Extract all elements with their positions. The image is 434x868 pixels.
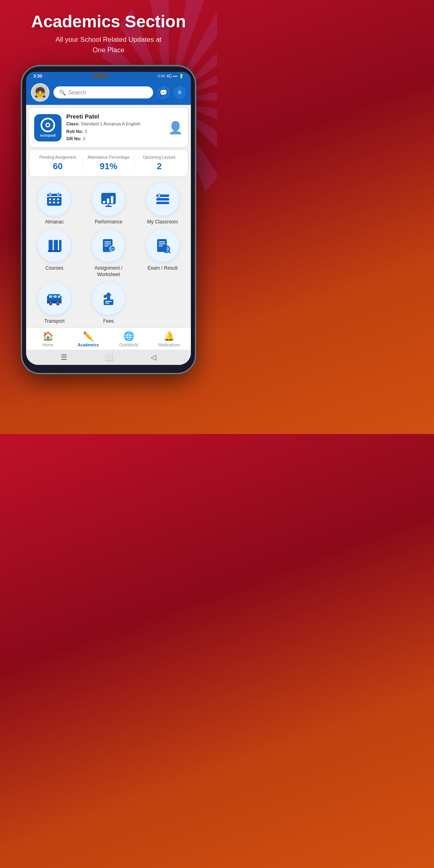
fees-icon: 🎓	[100, 290, 117, 307]
signal-strength: 4G ▪▪▪	[166, 74, 177, 78]
search-icon: 🔍	[59, 89, 66, 96]
profile-avatar-icon: 👤	[168, 121, 183, 135]
octoworld-label: OctoWorld	[119, 343, 138, 347]
menu-item-assignment-worksheet[interactable]: ✏ Assignment /Worksheet	[84, 229, 134, 278]
svg-rect-1	[47, 196, 61, 197]
system-home-button[interactable]: ⬜	[104, 353, 113, 362]
bottom-nav: 🏠 Home ✏️ Academics 🌐 OctoWorld 🔔 Notifi…	[26, 328, 191, 350]
nav-item-notifications[interactable]: 🔔 Notifications	[149, 331, 190, 347]
almanac-icon-circle	[38, 183, 71, 216]
profile-card: octopod Preeti Patel Class: Standard 1 A…	[29, 108, 188, 147]
hamburger-icon: ≡	[178, 89, 181, 96]
svg-rect-23	[48, 250, 61, 252]
chat-icon: 💬	[160, 89, 168, 96]
menu-item-my-classroom[interactable]: My Classroom	[137, 183, 188, 225]
class-label: Class:	[66, 121, 80, 126]
svg-rect-11	[103, 201, 105, 203]
profile-info: Preeti Patel Class: Standard 1 Annanya A…	[66, 113, 163, 142]
page-subtitle: All your School Related Updates atOne Pl…	[31, 35, 186, 55]
transport-icon-circle	[38, 282, 71, 315]
svg-rect-39	[49, 295, 52, 298]
octoworld-icon: 🌐	[123, 331, 134, 342]
stat-pending-label: Pending Assignment	[33, 155, 83, 160]
almanac-label: Almanac	[45, 219, 64, 225]
svg-rect-7	[49, 202, 51, 203]
courses-icon-circle	[38, 229, 71, 262]
class-value: Standard 1 Annanya A English	[81, 121, 140, 126]
roll-value: 3	[84, 129, 87, 134]
svg-rect-33	[159, 246, 163, 246]
svg-rect-25	[104, 242, 111, 242]
system-back-button[interactable]: ◁	[151, 353, 156, 362]
page-header: Academics Section All your School Relate…	[31, 12, 186, 55]
stat-attendance: Attendance Percentage 91%	[83, 155, 133, 172]
assignment-worksheet-label: Assignment /Worksheet	[94, 265, 122, 278]
svg-rect-20	[49, 240, 53, 251]
profile-gr: GR No: 3	[66, 135, 163, 142]
stat-pending-value: 60	[33, 161, 83, 172]
svg-rect-31	[159, 242, 165, 242]
svg-rect-50	[105, 303, 109, 303]
profile-roll: Roll No: 3	[66, 128, 163, 135]
fees-label: Fees	[103, 318, 114, 325]
svg-rect-49	[105, 301, 112, 302]
svg-rect-8	[53, 202, 55, 203]
nav-item-home[interactable]: 🏠 Home	[28, 331, 68, 347]
menu-item-fees[interactable]: 🎓 Fees	[84, 282, 134, 325]
svg-rect-6	[57, 199, 59, 200]
network-speed: 0.00	[158, 74, 165, 78]
menu-item-courses[interactable]: Courses	[29, 229, 80, 278]
search-placeholder: Search	[68, 89, 86, 96]
svg-rect-41	[58, 295, 60, 298]
home-icon: 🏠	[43, 331, 53, 342]
performance-icon-circle	[92, 183, 125, 216]
assignment-worksheet-icon: ✏	[100, 237, 117, 254]
search-bar[interactable]: 🔍 Search	[53, 86, 153, 98]
octopod-ring	[41, 118, 55, 132]
octopod-logo: octopod	[34, 114, 61, 141]
transport-icon	[45, 290, 63, 307]
header-icons: 💬 ≡	[157, 86, 186, 99]
nav-item-academics[interactable]: ✏️ Academics	[68, 331, 109, 347]
home-label: Home	[43, 343, 53, 347]
svg-point-46	[57, 303, 59, 304]
svg-rect-15	[105, 206, 112, 207]
menu-icon-button[interactable]: ≡	[173, 86, 186, 99]
system-nav: ☰ ⬜ ◁	[26, 350, 191, 365]
stat-upcoming-value: 2	[134, 161, 184, 172]
svg-rect-48	[104, 299, 113, 305]
nav-item-octoworld[interactable]: 🌐 OctoWorld	[108, 331, 149, 347]
chat-icon-button[interactable]: 💬	[157, 86, 170, 99]
svg-rect-13	[111, 196, 113, 203]
svg-rect-26	[104, 244, 111, 244]
stat-attendance-label: Attendance Percentage	[83, 155, 133, 160]
svg-rect-21	[54, 240, 58, 251]
svg-text:🎓: 🎓	[103, 294, 108, 299]
status-icons: 0.00 4G ▪▪▪ 🔋	[158, 74, 184, 78]
gr-value: 3	[83, 136, 85, 141]
svg-rect-9	[57, 202, 59, 203]
exam-result-label: Exam / Result	[147, 265, 178, 272]
my-classroom-label: My Classroom	[147, 219, 178, 225]
courses-label: Courses	[45, 265, 63, 272]
status-bar: 3:30 0.00 4G ▪▪▪ 🔋	[26, 72, 191, 80]
app-header: 👧 🔍 Search 💬 ≡	[26, 80, 191, 105]
svg-rect-22	[59, 240, 61, 251]
notifications-icon: 🔔	[164, 331, 174, 342]
stat-attendance-value: 91%	[83, 161, 133, 172]
menu-item-exam-result[interactable]: Exam / Result	[137, 229, 188, 278]
assignment-worksheet-icon-circle: ✏	[92, 229, 125, 262]
svg-rect-5	[53, 199, 55, 200]
gr-label: GR No:	[66, 136, 82, 141]
menu-item-performance[interactable]: Performance	[84, 183, 134, 225]
system-menu-button[interactable]: ☰	[61, 353, 67, 362]
svg-rect-32	[159, 244, 165, 244]
menu-item-transport[interactable]: Transport	[29, 282, 80, 325]
menu-item-almanac[interactable]: Almanac	[29, 183, 80, 225]
academics-label: Academics	[78, 343, 99, 347]
stat-upcoming-lecture: Upcoming Lecture 2	[134, 155, 184, 172]
profile-class: Class: Standard 1 Annanya A English	[66, 121, 163, 127]
status-time: 3:30	[33, 74, 42, 78]
avatar[interactable]: 👧	[31, 83, 49, 102]
svg-rect-2	[49, 192, 51, 195]
